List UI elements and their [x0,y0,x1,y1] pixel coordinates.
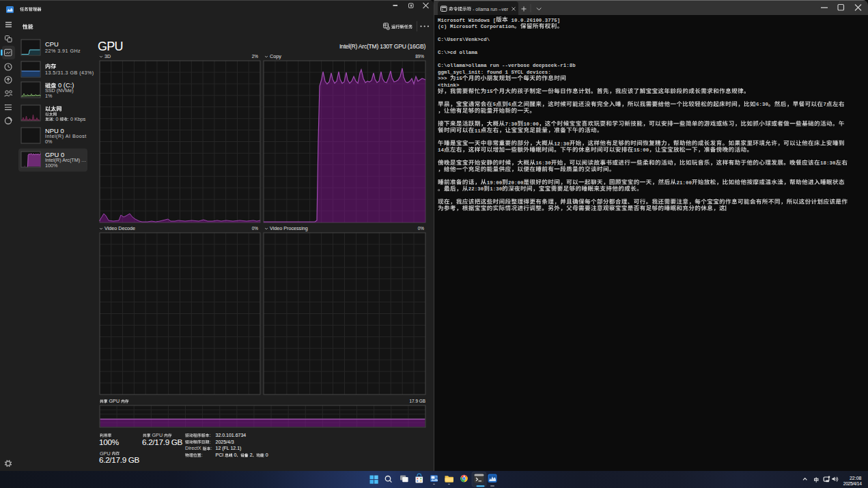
svg-text:(c) Microsoft Corporation: (c) Microsoft Corporation [438,24,514,29]
svg-text:0: 0 [264,453,268,457]
svg-text:1%: 1% [45,93,53,99]
svg-text:<think>: <think> [438,83,460,88]
svg-text:3D: 3D [104,53,111,59]
svg-text:6.2/17.9 GB: 6.2/17.9 GB [142,437,183,447]
svg-text:>>>: >>> [438,76,450,81]
svg-text:ggml_sycl_init: found 1 SYCL d: ggml_sycl_init: found 1 SYCL devices: [438,70,551,75]
svg-text:GPU: GPU [98,40,123,53]
svg-text:Copy: Copy [270,53,281,59]
svg-text:5: 5 [493,102,496,107]
svg-text:22:30: 22:30 [468,186,484,192]
svg-text:0%: 0% [252,226,259,231]
svg-text:12 (FL 12.1): 12 (FL 12.1) [216,446,242,451]
svg-text:6: 6 [508,102,512,107]
svg-text:Microsoft Windows [: Microsoft Windows [ [438,18,496,23]
svg-text::: : [209,432,210,438]
svg-text:C:\>cd ollama: C:\>cd ollama [438,50,478,55]
svg-text:Intel(R) Arc(TM) 130T GPU (16G: Intel(R) Arc(TM) 130T GPU (16GB) [339,43,425,50]
svg-text:Video Decode: Video Decode [104,225,135,231]
svg-text:14: 14 [438,147,445,153]
svg-text:: 0 Kbps: : 0 Kbps [68,116,86,122]
svg-text:22:08: 22:08 [850,476,862,480]
svg-text:PCI: PCI [216,453,225,457]
svg-text:16:30: 16:30 [535,160,551,166]
svg-text:2: 2 [249,453,253,457]
svg-text:1:30: 1:30 [490,186,502,192]
svg-text:10:00: 10:00 [523,121,539,127]
svg-text:100%: 100% [45,162,58,169]
svg-text:18:30: 18:30 [820,160,836,166]
svg-text:7:30: 7:30 [505,121,518,127]
svg-text:100%: 100% [99,437,120,447]
svg-text:C:\ollama>ollama run --verbose: C:\ollama>ollama run --verbose deepseek-… [438,63,576,68]
svg-text:32.0.101.6734: 32.0.101.6734 [216,433,247,437]
svg-text:GPU: GPU [108,398,122,404]
svg-text:19:00: 19:00 [487,180,503,186]
svg-text:15:00: 15:00 [634,147,649,153]
svg-text:2025/4/14: 2025/4/14 [843,481,862,486]
svg-text::: : [210,445,212,451]
svg-text:C:\Users\Venk>cd\: C:\Users\Venk>cd\ [438,37,490,42]
svg-text:11: 11 [475,128,481,134]
svg-text:17.9 GB: 17.9 GB [410,399,425,403]
svg-text:20:00: 20:00 [508,180,524,186]
svg-text:6.2/17.9 GB: 6.2/17.9 GB [99,455,140,465]
svg-text:2%: 2% [252,54,259,59]
svg-text:13.5/31.3 GB (43%): 13.5/31.3 GB (43%) [45,70,94,76]
svg-text:15: 15 [456,76,463,81]
svg-text:7: 7 [823,102,826,107]
svg-text:- ollama run --ver: - ollama run --ver [471,7,508,12]
svg-text:0%: 0% [45,139,53,145]
svg-text:Video Processing: Video Processing [270,225,308,231]
svg-text:: 0: : 0 [53,116,60,122]
svg-text:0%: 0% [418,226,425,231]
svg-text:10.0.26100.3775]: 10.0.26100.3775] [508,18,560,23]
svg-text:15: 15 [487,89,494,94]
svg-text::: : [201,452,203,458]
svg-text::: : [209,439,210,445]
svg-text:6:30: 6:30 [756,102,768,107]
svg-text:12:30: 12:30 [554,141,570,147]
svg-text:22% 3.91 GHz: 22% 3.91 GHz [45,48,81,54]
svg-text:CPU: CPU [45,40,59,48]
svg-text:DirectX: DirectX [185,445,203,451]
svg-text:0: 0 [233,453,237,457]
svg-text:2025/4/3: 2025/4/3 [216,440,234,444]
svg-text:89%: 89% [415,54,424,59]
svg-text:21:00: 21:00 [676,180,692,186]
